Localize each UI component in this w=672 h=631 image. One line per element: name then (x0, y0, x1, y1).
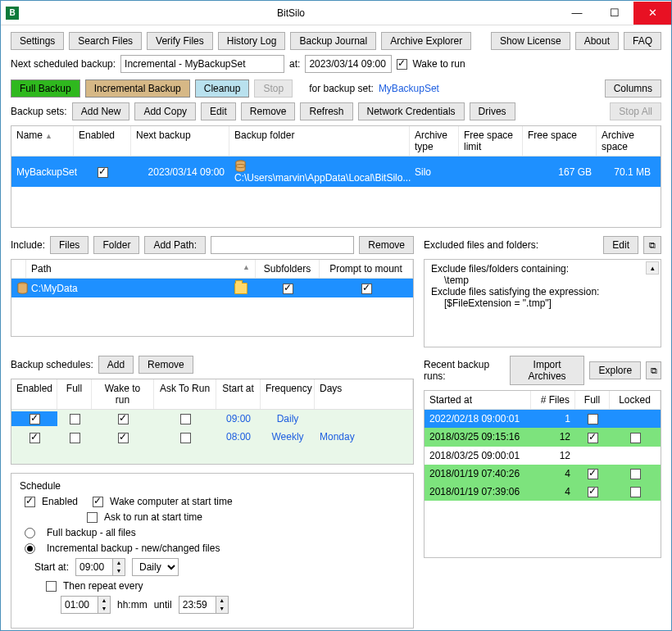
import-archives-button[interactable]: Import Archives (510, 356, 585, 385)
drives-button[interactable]: Drives (470, 102, 515, 120)
remove-set-button[interactable]: Remove (241, 102, 296, 120)
faq-button[interactable]: FAQ (624, 32, 661, 50)
sched-enabled-checkbox[interactable] (30, 433, 40, 443)
col-locked[interactable]: Locked (610, 391, 661, 409)
run-full-checkbox[interactable] (588, 414, 598, 424)
verify-files-button[interactable]: Verify Files (147, 32, 213, 50)
run-locked-checkbox[interactable] (630, 469, 641, 479)
cleanup-button[interactable]: Cleanup (195, 79, 250, 98)
run-row[interactable]: 2018/01/19 07:39:064 (425, 483, 661, 501)
sched-enabled-checkbox[interactable] (30, 414, 40, 424)
wake-to-run-checkbox[interactable] (397, 59, 407, 70)
expand-runs-icon[interactable]: ⧉ (646, 361, 661, 379)
explore-button[interactable]: Explore (589, 361, 641, 379)
settings-button[interactable]: Settings (11, 32, 64, 50)
add-path-button[interactable]: Add Path: (144, 236, 206, 254)
run-locked-checkbox[interactable] (630, 433, 641, 443)
schedule-row[interactable]: 08:00WeeklyMonday (11, 428, 413, 446)
full-backup-button[interactable]: Full Backup (11, 79, 80, 98)
run-row[interactable]: 2018/03/25 09:00:0112 (425, 447, 661, 465)
col-free-space[interactable]: Free space (523, 126, 597, 156)
scroll-up-icon[interactable]: ▴ (646, 261, 659, 275)
col-enabled[interactable]: Enabled (11, 379, 57, 409)
incremental-backup-radio[interactable] (25, 543, 35, 554)
next-backup-time-input[interactable] (305, 55, 392, 73)
close-button[interactable]: ✕ (633, 2, 671, 25)
run-row[interactable]: 2018/01/19 07:40:264 (425, 465, 661, 483)
run-row[interactable]: 2022/02/18 09:00:011 (425, 410, 661, 428)
prompt-mount-checkbox[interactable] (361, 284, 372, 294)
col-full[interactable]: Full (575, 391, 610, 409)
backup-set-row[interactable]: MyBackupSet 2023/03/14 09:00 C:\Users\ma… (11, 157, 661, 187)
add-new-button[interactable]: Add New (72, 102, 130, 120)
col-freq[interactable]: Frequency (261, 379, 315, 409)
col-wake[interactable]: Wake to run (92, 379, 154, 409)
edit-set-button[interactable]: Edit (201, 102, 236, 120)
run-full-checkbox[interactable] (588, 469, 598, 479)
then-repeat-checkbox[interactable] (46, 581, 57, 592)
minimize-button[interactable]: — (558, 2, 596, 25)
sched-ask-checkbox[interactable] (180, 433, 191, 443)
sched-ask-checkbox[interactable] (180, 414, 191, 424)
sched-wake-checkbox[interactable] (118, 414, 129, 424)
col-free-space-limit[interactable]: Free space limit (459, 126, 523, 156)
next-backup-input[interactable] (120, 55, 284, 73)
col-subfolders[interactable]: Subfolders (256, 260, 320, 278)
set-enabled-checkbox[interactable] (98, 167, 108, 178)
schedule-row[interactable]: 09:00Daily (11, 410, 413, 428)
stop-all-button[interactable]: Stop All (610, 102, 661, 120)
col-path[interactable]: Path▲ (26, 260, 256, 278)
col-ask[interactable]: Ask To Run (154, 379, 216, 409)
sched-full-checkbox[interactable] (70, 433, 80, 443)
frequency-select[interactable]: Daily (132, 558, 179, 576)
search-files-button[interactable]: Search Files (69, 32, 142, 50)
schedule-enabled-checkbox[interactable] (25, 497, 35, 507)
col-prompt[interactable]: Prompt to mount (320, 260, 413, 278)
show-license-button[interactable]: Show License (491, 32, 570, 50)
about-button[interactable]: About (575, 32, 619, 50)
backup-set-name-link[interactable]: MyBackupSet (379, 83, 439, 94)
add-path-input[interactable] (211, 236, 354, 254)
schedule-add-button[interactable]: Add (98, 356, 134, 374)
add-copy-button[interactable]: Add Copy (134, 102, 196, 120)
sched-wake-checkbox[interactable] (118, 433, 129, 443)
run-row[interactable]: 2018/03/25 09:15:1612 (425, 428, 661, 446)
include-files-button[interactable]: Files (50, 236, 89, 254)
sched-full-checkbox[interactable] (70, 414, 80, 424)
archive-explorer-button[interactable]: Archive Explorer (381, 32, 471, 50)
col-start[interactable]: Start at (216, 379, 261, 409)
full-backup-radio[interactable] (25, 528, 35, 538)
until-time-spinner[interactable]: ▲▼ (179, 596, 229, 614)
col-enabled[interactable]: Enabled (74, 126, 131, 156)
maximize-button[interactable]: ☐ (596, 2, 633, 25)
run-locked-checkbox[interactable] (630, 487, 641, 497)
col-archive-space[interactable]: Archive space (597, 126, 661, 156)
stop-button[interactable]: Stop (254, 79, 293, 98)
expand-excluded-icon[interactable]: ⧉ (643, 236, 661, 254)
ask-to-run-checkbox[interactable] (87, 512, 98, 523)
network-credentials-button[interactable]: Network Credentials (358, 102, 465, 120)
include-remove-button[interactable]: Remove (359, 236, 414, 254)
refresh-button[interactable]: Refresh (300, 102, 352, 120)
backup-journal-button[interactable]: Backup Journal (290, 32, 376, 50)
wake-computer-checkbox[interactable] (93, 497, 103, 507)
subfolders-checkbox[interactable] (283, 284, 293, 294)
col-files[interactable]: # Files (531, 391, 575, 409)
col-backup-folder[interactable]: Backup folder (229, 126, 410, 156)
col-days[interactable]: Days (315, 379, 413, 409)
schedule-remove-button[interactable]: Remove (138, 356, 193, 374)
col-name[interactable]: Name▲ (11, 126, 74, 156)
start-time-spinner[interactable]: ▲▼ (75, 558, 125, 576)
include-row[interactable]: C:\MyData (11, 279, 413, 297)
col-full[interactable]: Full (57, 379, 92, 409)
include-folder-button[interactable]: Folder (93, 236, 139, 254)
history-log-button[interactable]: History Log (218, 32, 286, 50)
col-next-backup[interactable]: Next backup (131, 126, 229, 156)
excluded-edit-button[interactable]: Edit (603, 236, 638, 254)
col-started[interactable]: Started at (425, 391, 531, 409)
run-full-checkbox[interactable] (588, 487, 598, 497)
repeat-interval-spinner[interactable]: ▲▼ (61, 596, 111, 614)
incremental-backup-button[interactable]: Incremental Backup (85, 79, 190, 98)
columns-button[interactable]: Columns (605, 79, 661, 98)
run-full-checkbox[interactable] (588, 433, 598, 443)
